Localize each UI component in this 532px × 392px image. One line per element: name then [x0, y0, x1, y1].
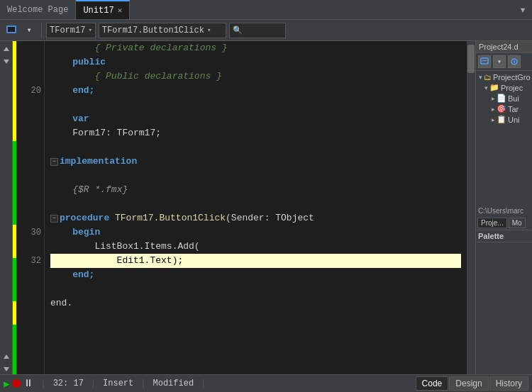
svg-rect-3 [482, 60, 487, 61]
code-line-2: public [50, 55, 461, 69]
status-position: 32: 17 [53, 379, 84, 388]
form-dropdown[interactable]: TForm17 ▾ [46, 23, 96, 38]
gutter-arrow-up-2[interactable] [1, 352, 11, 362]
code-line-fmx: {$R *.fmx} [50, 183, 461, 197]
status-separator: | [40, 379, 45, 388]
rp-tab-mo[interactable]: Mo [509, 218, 526, 228]
tree-item-uni[interactable]: ▸ 📋 Uni [477, 114, 531, 125]
main-area: 20 30 32 { Private declarations } [0, 41, 532, 374]
code-line-3: { Public declarations } [50, 69, 461, 84]
status-separator-2: | [91, 379, 96, 388]
linenum-blank4 [19, 140, 41, 155]
rp-btn-2[interactable]: ▾ [493, 55, 506, 68]
linenum-blank5 [19, 155, 41, 169]
rp-btn-1[interactable] [478, 55, 491, 68]
search-box[interactable]: 🔍 [229, 23, 286, 38]
linenum-20: 20 [19, 84, 41, 98]
tree-arrow-1: ▾ [479, 74, 482, 81]
code-line-1: { Private declarations } [50, 41, 461, 55]
tree-arrow-4: ▸ [492, 106, 495, 113]
toolbar: ▾ TForm17 ▾ TForm17.Button1Click ▾ 🔍 [0, 20, 532, 41]
right-panel-toolbar: ▾ [476, 53, 532, 71]
status-separator-4: | [201, 379, 206, 388]
search-icon: 🔍 [233, 26, 243, 35]
gutter-arrow-up[interactable] [1, 44, 11, 54]
line-numbers: 20 30 32 [16, 41, 45, 374]
tree-item-bui[interactable]: ▸ 📄 Bui [477, 93, 531, 103]
status-modified: Modified [153, 379, 194, 388]
tab-unit17[interactable]: Unit17 ✕ [76, 0, 130, 19]
tree-label-bui: Bui [508, 94, 519, 103]
tree-label-projec: Projec [501, 84, 523, 92]
tree-arrow-3: ▸ [492, 95, 495, 102]
linenum-blank6 [19, 169, 41, 183]
status-tab-history[interactable]: History [489, 376, 528, 391]
dropdown-arrow-1[interactable]: ▾ [21, 23, 37, 38]
left-gutter [0, 41, 13, 374]
linenum-blank13 [19, 296, 41, 310]
gutter-arrow-down-2[interactable] [1, 364, 11, 374]
status-tab-design[interactable]: Design [449, 376, 488, 391]
code-content[interactable]: { Private declarations } public { Public… [45, 41, 467, 374]
editor-container[interactable]: 20 30 32 { Private declarations } [13, 41, 475, 374]
path-text: C:\Users\marc [478, 207, 523, 215]
code-line-blank2 [50, 140, 461, 155]
rp-btn-3[interactable] [508, 55, 521, 68]
palette-label: Palette [476, 230, 532, 242]
code-line-listbox: ListBox1.Items.Add( [50, 240, 461, 254]
code-line-4: end; [50, 84, 461, 98]
tree-item-projectgro[interactable]: ▾ 🗂 ProjectGro [477, 72, 531, 82]
run-button[interactable]: ▶ [4, 378, 9, 390]
tree-item-projec[interactable]: ▾ 📁 Projec [477, 82, 531, 93]
tar-icon: 🎯 [497, 104, 506, 113]
linenum-blank7 [19, 183, 41, 197]
project-tree: ▾ 🗂 ProjectGro ▾ 📁 Projec ▸ 📄 Bui ▸ 🎯 Ta… [476, 71, 532, 206]
linenum-30: 30 [19, 225, 41, 240]
linenum-blank1 [19, 98, 41, 112]
tree-label-projectgro: ProjectGro [493, 73, 531, 82]
right-panel-path: C:\Users\marc [476, 206, 532, 216]
tab-overflow-button[interactable]: ▾ [514, 3, 532, 17]
linenum-blank3 [19, 126, 41, 140]
code-line-procedure: −procedure TForm17.Button1Click(Sender: … [50, 211, 461, 225]
code-line-edit1: Edit1.Text); [50, 254, 461, 268]
gutter-arrow-down[interactable] [1, 57, 11, 67]
tree-item-tar[interactable]: ▸ 🎯 Tar [477, 103, 531, 114]
status-tab-code[interactable]: Code [416, 376, 449, 391]
right-panel-tabs: Proje... Mo [476, 216, 532, 230]
svg-rect-1 [8, 27, 15, 32]
right-panel-header: Project24.d [476, 41, 532, 53]
palette-text: Palette [478, 232, 504, 240]
linenum-blank11 [19, 268, 41, 282]
collapse-procedure[interactable]: − [50, 215, 58, 223]
tree-label-uni: Uni [508, 116, 520, 124]
scrollbar-thumb[interactable] [467, 45, 475, 73]
method-dropdown[interactable]: TForm17.Button1Click ▾ [99, 23, 226, 38]
project-icon: 📁 [489, 83, 499, 92]
linenum-blank9 [19, 211, 41, 225]
status-right-tabs: Code Design History [416, 376, 528, 391]
tab-unit17-close[interactable]: ✕ [118, 6, 123, 15]
code-line-end1: end; [50, 268, 461, 282]
linenum-blank10 [19, 240, 41, 254]
linenum-1 [19, 41, 41, 55]
stop-button[interactable] [12, 379, 21, 388]
tab-bar: Welcome Page Unit17 ✕ ▾ [0, 0, 532, 20]
tab-welcome[interactable]: Welcome Page [0, 0, 76, 19]
rp-tab-proje[interactable]: Proje... [477, 218, 507, 228]
code-line-blank5 [50, 282, 461, 296]
method-dropdown-label: TForm17.Button1Click [102, 26, 204, 35]
pause-button[interactable]: ⏸ [23, 378, 33, 389]
bui-icon: 📄 [497, 94, 506, 103]
uni-icon: 📋 [497, 115, 506, 124]
linenum-32: 32 [19, 254, 41, 268]
linenum-blank8 [19, 197, 41, 211]
right-panel-title: Project24.d [479, 43, 519, 51]
collapse-implementation[interactable]: − [50, 158, 58, 166]
code-line-implementation: −implementation [50, 155, 461, 169]
toolbar-icon-1[interactable] [4, 23, 19, 38]
linenum-blank12 [19, 282, 41, 296]
vertical-scrollbar[interactable] [467, 41, 475, 374]
form-dropdown-arrow: ▾ [88, 26, 92, 34]
code-line-begin: begin [50, 225, 461, 240]
